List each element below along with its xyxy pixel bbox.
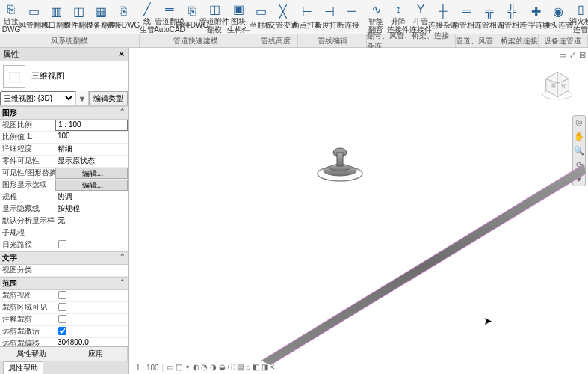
chevron-icon: ⌃ bbox=[120, 108, 126, 118]
ribbon-icon: ⊣ bbox=[320, 1, 339, 21]
prop-value[interactable]: 无 bbox=[55, 215, 128, 227]
properties-apply-button[interactable]: 应用 bbox=[64, 347, 129, 361]
prop-value[interactable]: 按规程 bbox=[55, 203, 128, 215]
prop-value[interactable] bbox=[55, 227, 128, 239]
ribbon-btn-15[interactable]: ─连接 bbox=[341, 0, 363, 34]
prop-value[interactable]: 100 bbox=[55, 132, 128, 143]
ribbon-btn-17[interactable]: ↕升降连接件 bbox=[387, 0, 409, 34]
prop-key: 注释裁剪 bbox=[0, 314, 55, 325]
ribbon-label: 连接 bbox=[344, 21, 359, 29]
properties-help-button[interactable]: 属性帮助 bbox=[0, 347, 64, 361]
prop-value[interactable] bbox=[55, 326, 128, 337]
prop-checkbox[interactable] bbox=[58, 240, 66, 248]
ribbon-panel-label[interactable]: 风系统翻模 bbox=[0, 34, 140, 47]
instance-selector[interactable]: 三维视图: {3D} bbox=[0, 91, 75, 105]
ribbon-btn-9[interactable]: ◫管道附件翻模 bbox=[203, 0, 226, 34]
view-control-bar: 1 : 100 | ▭ ◫ ✦ ◐ ◔ ◑ ◒ ⓘ ▤ ⌂ ◧ ◨ < bbox=[136, 362, 274, 373]
prop-row: 注释裁剪 bbox=[0, 314, 128, 326]
prop-key: 默认分析显示样式 bbox=[0, 215, 55, 227]
prop-key: 视图比例 bbox=[0, 120, 55, 131]
vp-tool-1[interactable]: ▭ bbox=[559, 50, 566, 60]
prop-checkbox[interactable] bbox=[58, 291, 66, 299]
close-icon[interactable]: ✕ bbox=[118, 49, 125, 59]
ribbon-icon: ▣ bbox=[229, 1, 248, 17]
prop-category[interactable]: 文字⌃ bbox=[0, 251, 128, 265]
nav-zoom-icon[interactable]: 🔍 bbox=[574, 146, 584, 156]
prop-edit-button[interactable]: 编辑... bbox=[55, 180, 128, 191]
nav-chevron-icon[interactable]: ▾ bbox=[577, 174, 581, 184]
ribbon-btn-25[interactable]: ▯消火栓连管 bbox=[569, 0, 588, 34]
ribbon-btn-5[interactable]: ⎘链接DWG bbox=[112, 0, 134, 34]
status-icon[interactable]: ✦ bbox=[185, 363, 193, 371]
ribbon-btn-12[interactable]: ╳交管变通 bbox=[272, 0, 294, 34]
ribbon-panel-label[interactable]: 设备连管道 bbox=[539, 34, 588, 47]
ribbon-btn-14[interactable]: ⊣长度打断 bbox=[318, 0, 341, 34]
ribbon-btn-16[interactable]: ∿智能翻弯 bbox=[365, 0, 387, 34]
ribbon-icon: ▦ bbox=[91, 1, 111, 21]
prop-row: 日光路径 bbox=[0, 239, 128, 251]
prop-checkbox[interactable] bbox=[58, 303, 66, 311]
prop-value[interactable] bbox=[55, 302, 128, 313]
mouse-cursor: ➤ bbox=[483, 315, 492, 327]
prop-value[interactable]: 显示原状态 bbox=[55, 156, 128, 167]
viewport-3d[interactable]: ▭ ⤢ ⊠ 前 右 ◎ ✋ 🔍 ⟳ ▾ bbox=[129, 48, 588, 374]
ribbon-panel-label[interactable]: 管道、风管、桥架的连接 bbox=[456, 34, 539, 47]
prop-checkbox[interactable] bbox=[58, 315, 66, 323]
ribbon-icon: ═ bbox=[160, 1, 179, 17]
view-cube[interactable]: 前 右 bbox=[540, 67, 575, 102]
status-icon[interactable]: ◧ bbox=[253, 363, 261, 371]
prop-value[interactable]: 精细 bbox=[55, 144, 128, 155]
ribbon-btn-19[interactable]: ┼连接杂连 bbox=[432, 0, 454, 34]
status-icon[interactable]: ⌂ bbox=[246, 363, 253, 371]
status-icon[interactable]: ◒ bbox=[219, 363, 228, 371]
prop-value[interactable] bbox=[55, 239, 128, 251]
ribbon-panel-label[interactable]: 管线高度 bbox=[253, 34, 298, 47]
svg-line-9 bbox=[261, 164, 584, 361]
prop-row: 规程协调 bbox=[0, 191, 128, 203]
prop-row: 详细程度精细 bbox=[0, 144, 128, 156]
status-icon[interactable]: ▭ bbox=[167, 363, 176, 371]
ribbon-btn-10[interactable]: ▣图块生构件 bbox=[227, 0, 250, 34]
nav-orbit-icon[interactable]: ⟳ bbox=[576, 160, 583, 170]
properties-title-bar: 属性 ✕ bbox=[0, 48, 128, 61]
scale-label[interactable]: 1 : 100 bbox=[136, 364, 159, 372]
prop-value[interactable]: 304800.0 bbox=[55, 338, 128, 346]
properties-list: 图形⌃视图比例1 : 100比例值 1:100详细程度精细零件可见性显示原状态可… bbox=[0, 106, 128, 346]
prop-category[interactable]: 图形⌃ bbox=[0, 106, 128, 120]
prop-edit-button[interactable]: 编辑... bbox=[55, 168, 128, 179]
status-icon-group: ▭ ◫ ✦ ◐ ◔ ◑ ◒ ⓘ ▤ ⌂ ◧ ◨ < bbox=[167, 362, 274, 373]
vp-tool-2[interactable]: ⤢ bbox=[569, 50, 576, 60]
ribbon-panel-label[interactable]: 管道快速建模 bbox=[140, 34, 253, 47]
edit-type-button[interactable]: 编辑类型 bbox=[89, 91, 128, 105]
status-icon[interactable]: ◨ bbox=[261, 363, 270, 371]
status-icon[interactable]: ▤ bbox=[237, 363, 246, 371]
status-icon[interactable]: ◐ bbox=[193, 363, 202, 371]
ribbon-btn-22[interactable]: ╬四管相连 bbox=[501, 0, 523, 34]
prop-category[interactable]: 范围⌃ bbox=[0, 277, 128, 290]
ribbon-panel-label[interactable]: 管线编辑 bbox=[298, 34, 367, 47]
prop-checkbox[interactable] bbox=[58, 327, 66, 335]
prop-value[interactable] bbox=[55, 314, 128, 325]
vp-tool-3[interactable]: ⊠ bbox=[579, 50, 586, 60]
status-icon[interactable]: ◔ bbox=[201, 363, 210, 371]
prop-value[interactable]: 协调 bbox=[55, 191, 128, 203]
ribbon-panel-label[interactable]: 翻弯、风管、桥架、连接杂连 bbox=[367, 34, 456, 47]
status-icon[interactable]: ⓘ bbox=[228, 363, 238, 371]
nav-wheel-icon[interactable]: ◎ bbox=[575, 117, 583, 127]
prop-row: 裁剪区域可见 bbox=[0, 302, 128, 314]
prop-value[interactable]: 1 : 100 bbox=[55, 120, 128, 131]
prop-row: 视图比例1 : 100 bbox=[0, 120, 128, 132]
prop-value[interactable] bbox=[55, 265, 128, 276]
ribbon-btn-24[interactable]: ◉喷头连管 bbox=[547, 0, 569, 34]
svg-point-14 bbox=[333, 148, 347, 157]
ribbon-icon: ◉ bbox=[548, 1, 568, 21]
status-icon[interactable]: ◑ bbox=[210, 363, 219, 371]
palette-tab[interactable]: 属性帮助 bbox=[3, 361, 43, 374]
filter-icon[interactable]: ▼ bbox=[75, 91, 89, 105]
ribbon-label: 图块生构件 bbox=[227, 17, 250, 34]
status-icon[interactable]: < bbox=[270, 363, 275, 371]
status-icon[interactable]: ◫ bbox=[176, 363, 185, 371]
nav-pan-icon[interactable]: ✋ bbox=[574, 132, 584, 141]
prop-value[interactable] bbox=[55, 290, 128, 301]
properties-type-selector[interactable]: ⬚ 三维视图 bbox=[0, 61, 128, 91]
